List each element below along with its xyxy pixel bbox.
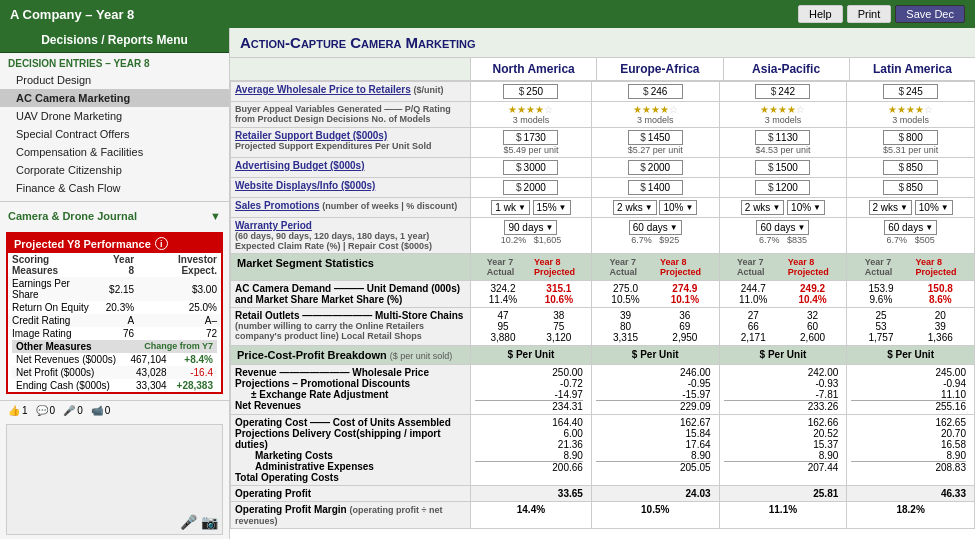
buyer-appeal-row: Buyer Appeal Variables Generated —— P/Q … <box>231 102 975 128</box>
label-spacer <box>230 58 470 80</box>
warranty-na: 90 days▼ 10.2% $1,605 <box>471 218 592 254</box>
pcp-header-row: Price-Cost-Profit Breakdown ($ per unit … <box>231 346 975 365</box>
mic-icon: 🎤 <box>63 405 75 416</box>
sidebar-header: Decisions / Reports Menu <box>0 28 229 53</box>
retailer-input-ea[interactable]: $1450 <box>628 130 683 145</box>
retailer-support-row: Retailer Support Budget ($000s) Projecte… <box>231 128 975 158</box>
save-button[interactable]: Save Dec <box>895 5 965 23</box>
revenue-proj-row: Revenue ——————— Wholesale Price Projecti… <box>231 365 975 415</box>
weeks-dropdown-ap[interactable]: 2 wks▼ <box>741 200 784 215</box>
sidebar-item-corporate[interactable]: Corporate Citizenship <box>0 161 229 179</box>
retailer-support-ap: $1130 $4.53 per unit <box>719 128 847 158</box>
mkt-stats-header-row: Market Segment Statistics Year 7Actual Y… <box>231 254 975 281</box>
sales-promo-label: Sales Promotions (number of weeks | % di… <box>231 198 471 218</box>
retail-outlets-na: 47 95 3,880 38 75 3,120 <box>471 308 592 346</box>
weeks-dropdown-la[interactable]: 2 wks▼ <box>869 200 912 215</box>
web-input-ea[interactable]: $1400 <box>628 180 683 195</box>
table-row: Credit Rating A A– <box>8 314 221 327</box>
retail-outlets-label: Retail Outlets ——————— Multi-Store Chain… <box>231 308 471 346</box>
advertising-na: $3000 <box>471 158 592 178</box>
other-perf-table: Net Revenues ($000s) 467,104 +8.4% Net P… <box>12 353 217 392</box>
sidebar-item-finance[interactable]: Finance & Cash Flow <box>0 179 229 197</box>
ac-demand-label: AC Camera Demand ——— Unit Demand (000s) … <box>231 281 471 308</box>
adv-input-ea[interactable]: $2000 <box>628 160 683 175</box>
web-input-na[interactable]: $2000 <box>503 180 558 195</box>
advertising-la: $850 <box>847 158 975 178</box>
warranty-dropdown-ap[interactable]: 60 days▼ <box>756 220 809 235</box>
retailer-input-la[interactable]: $800 <box>883 130 938 145</box>
ac-demand-ap: 244.7 11.0% 249.2 10.4% <box>719 281 847 308</box>
video-chat-icon[interactable]: 📷 <box>201 514 218 530</box>
sidebar-divider <box>0 201 229 202</box>
page-title: Action-Capture Camera Marketing <box>240 34 476 51</box>
op-profit-row: Operating Profit 33.65 24.03 25.81 46.33 <box>231 486 975 502</box>
sidebar-item-product-design[interactable]: Product Design <box>0 71 229 89</box>
web-input-ap[interactable]: $1200 <box>755 180 810 195</box>
mic-chat-icon[interactable]: 🎤 <box>180 514 197 530</box>
adv-input-na[interactable]: $3000 <box>503 160 558 175</box>
pct-dropdown-na[interactable]: 15%▼ <box>533 200 571 215</box>
social-bar: 👍 1 💬 0 🎤 0 📹 0 <box>0 400 229 420</box>
ending-cash-val: 33,304 <box>125 379 171 392</box>
eps-label: Earnings Per Share <box>8 277 101 301</box>
sidebar-item-uav[interactable]: UAV Drone Marketing <box>0 107 229 125</box>
retailer-input-ap[interactable]: $1130 <box>755 130 810 145</box>
weeks-dropdown-na[interactable]: 1 wk▼ <box>491 200 529 215</box>
wholesale-input-na[interactable]: $250 <box>503 84 558 99</box>
op-cost-row: Operating Cost —— Cost of Units Assemble… <box>231 415 975 486</box>
likes-count: 1 <box>22 405 28 416</box>
op-profit-label: Operating Profit <box>231 486 471 502</box>
eps-year8: $2.15 <box>101 277 138 301</box>
print-button[interactable]: Print <box>847 5 892 23</box>
website-la: $850 <box>847 178 975 198</box>
avg-wholesale-ea: $246 <box>591 82 719 102</box>
help-button[interactable]: Help <box>798 5 843 23</box>
retail-outlets-la: 25 53 1,757 20 39 1,366 <box>847 308 975 346</box>
sidebar-item-special-contract[interactable]: Special Contract Offers <box>0 125 229 143</box>
sidebar-item-compensation[interactable]: Compensation & Facilities <box>0 143 229 161</box>
region-europe-africa: Europe-Africa <box>596 58 722 80</box>
buyer-appeal-label: Buyer Appeal Variables Generated —— P/Q … <box>231 102 471 128</box>
wholesale-input-la[interactable]: $245 <box>883 84 938 99</box>
op-profit-ap: 25.81 <box>719 486 847 502</box>
warranty-dropdown-ea[interactable]: 60 days▼ <box>629 220 682 235</box>
audio-item[interactable]: 🎤 0 <box>63 405 83 416</box>
op-margin-label: Operating Profit Margin (operating profi… <box>231 502 471 529</box>
sales-promo-row: Sales Promotions (number of weeks | % di… <box>231 198 975 218</box>
pct-dropdown-la[interactable]: 10%▼ <box>915 200 953 215</box>
web-input-la[interactable]: $850 <box>883 180 938 195</box>
website-row: Website Displays/Info ($000s) $2000 $140… <box>231 178 975 198</box>
avg-wholesale-row: Average Wholesale Price to Retailers ($/… <box>231 82 975 102</box>
buyer-appeal-ea: ★★★★☆ 3 models <box>591 102 719 128</box>
pcp-col-ap: $ Per Unit <box>719 346 847 365</box>
likes-item[interactable]: 👍 1 <box>8 405 28 416</box>
warranty-dropdown-la[interactable]: 60 days▼ <box>884 220 937 235</box>
pcp-col-la: $ Per Unit <box>847 346 975 365</box>
pct-dropdown-ap[interactable]: 10%▼ <box>787 200 825 215</box>
info-icon[interactable]: i <box>155 237 168 250</box>
video-item[interactable]: 📹 0 <box>91 405 111 416</box>
retailer-input-na[interactable]: $1730 <box>503 130 558 145</box>
sidebar-journal[interactable]: Camera & Drone Journal ▼ <box>0 206 229 226</box>
eps-investor: $3.00 <box>138 277 221 301</box>
video-icon: 📹 <box>91 405 103 416</box>
wholesale-input-ea[interactable]: $246 <box>628 84 683 99</box>
adv-input-ap[interactable]: $1500 <box>755 160 810 175</box>
adv-input-la[interactable]: $850 <box>883 160 938 175</box>
revenue-proj-ap: 242.00 -0.93 -7.81 233.26 <box>719 365 847 415</box>
performance-box: Projected Y8 Performance i Scoring Measu… <box>6 232 223 394</box>
retail-outlets-row: Retail Outlets ——————— Multi-Store Chain… <box>231 308 975 346</box>
ending-cash-label: Ending Cash ($000s) <box>12 379 125 392</box>
weeks-dropdown-ea[interactable]: 2 wks▼ <box>613 200 656 215</box>
sidebar-item-ac-camera[interactable]: AC Camera Marketing <box>0 89 229 107</box>
pct-dropdown-ea[interactable]: 10%▼ <box>659 200 697 215</box>
credit-year8: A <box>101 314 138 327</box>
warranty-dropdown-na[interactable]: 90 days▼ <box>504 220 557 235</box>
wholesale-input-ap[interactable]: $242 <box>755 84 810 99</box>
thumb-up-icon: 👍 <box>8 405 20 416</box>
year8-col-header: Year 8 <box>101 253 138 277</box>
main-data-table: Average Wholesale Price to Retailers ($/… <box>230 81 975 529</box>
avg-wholesale-la: $245 <box>847 82 975 102</box>
comments-item[interactable]: 💬 0 <box>36 405 56 416</box>
table-row: Ending Cash ($000s) 33,304 +28,383 <box>12 379 217 392</box>
